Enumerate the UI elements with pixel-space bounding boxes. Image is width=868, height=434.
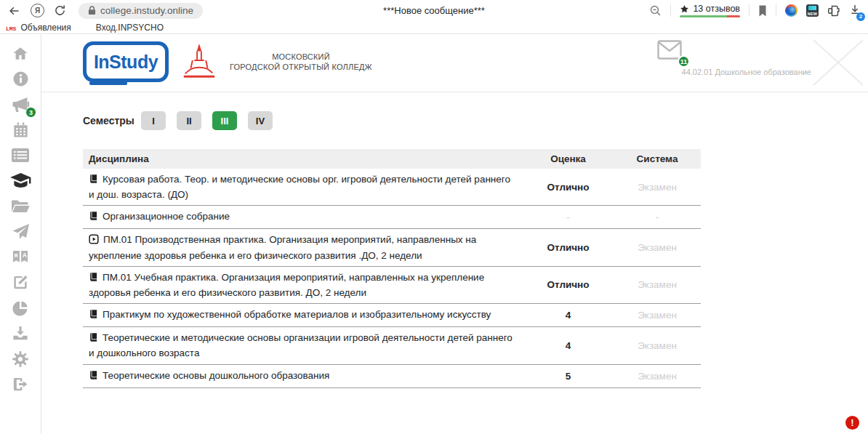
sidebar-item-announcements[interactable]: 3	[10, 97, 31, 115]
back-arrow-icon	[7, 5, 21, 17]
address-bar[interactable]: college.instudy.online	[79, 3, 203, 19]
url-text: college.instudy.online	[100, 5, 193, 16]
semesters-label: Семестры	[83, 115, 141, 126]
sidebar-item-home[interactable]	[10, 46, 31, 64]
table-row: Практикум по художественной обработке ма…	[83, 304, 701, 327]
sidebar-item-translate[interactable]: Aя	[10, 249, 31, 268]
error-alert-icon[interactable]: !	[845, 416, 859, 430]
edit-icon	[12, 274, 29, 294]
discipline-name: Практикум по художественной обработке ма…	[103, 309, 491, 320]
sidebar-item-grades[interactable]	[10, 173, 31, 191]
discipline-cell[interactable]: Теоретические и методические основы орга…	[83, 331, 523, 360]
paper-plane-icon	[11, 223, 31, 244]
sidebar-item-messages[interactable]	[10, 224, 31, 242]
book-icon	[89, 332, 98, 346]
table-row: ПМ.01 Производственная практика. Организ…	[83, 229, 701, 266]
sidebar-item-info[interactable]	[10, 71, 31, 89]
discipline-cell[interactable]: Практикум по художественной обработке ма…	[83, 308, 523, 323]
instudy-logo: InStudy	[83, 41, 169, 82]
lms-icon: LMS	[6, 23, 16, 33]
book-icon	[89, 211, 98, 225]
sidebar-item-settings[interactable]	[10, 351, 31, 369]
semester-button-II[interactable]: II	[177, 111, 201, 130]
pie-chart-icon	[12, 300, 29, 320]
system-cell: -	[614, 210, 701, 224]
system-cell: Экзамен	[614, 308, 701, 322]
bookmark-label: Вход.INPSYCHO	[96, 23, 164, 33]
table-header-row: Дисциплина Оценка Система	[83, 149, 701, 169]
sidebar-item-logout[interactable]	[10, 377, 31, 395]
sidebar-item-calendar[interactable]	[10, 122, 31, 140]
extension-sphere-icon[interactable]	[785, 4, 797, 17]
notification-badge: 3	[25, 107, 36, 118]
discipline-name: Теоретические основы дошкольного образов…	[103, 370, 329, 381]
grade-cell: Отлично	[523, 241, 614, 254]
system-cell: Экзамен	[614, 369, 701, 383]
semesters-section: Семестры IIIIIIIV	[83, 111, 868, 130]
envelope-icon	[657, 40, 682, 60]
calendar-icon	[12, 121, 29, 141]
star-icon	[680, 4, 689, 14]
translate-icon: Aя	[11, 249, 30, 268]
announcements-bookmark[interactable]: LMSОбъявления	[6, 23, 71, 33]
extension-new-icon[interactable]: NEW	[806, 4, 819, 17]
discipline-cell[interactable]: ПМ.01 Учебная практика. Организация меро…	[83, 270, 523, 300]
back-button[interactable]	[7, 5, 21, 17]
grade-cell: Отлично	[523, 180, 614, 194]
discipline-name: Теоретические и методические основы орга…	[89, 332, 513, 358]
semester-button-IV[interactable]: IV	[248, 111, 273, 130]
table-row: Теоретические основы дошкольного образов…	[83, 365, 701, 388]
inpsycho-bookmark[interactable]: Вход.INPSYCHO	[92, 23, 164, 33]
book-icon	[89, 309, 98, 323]
svg-text:A: A	[23, 252, 27, 259]
app-header: InStudy МОСКОВСКИЙ ГОРОДСКОЙ ОТКРЫТЫЙ КО…	[41, 34, 868, 92]
semester-button-I[interactable]: I	[141, 111, 166, 130]
discipline-cell[interactable]: Теоретические основы дошкольного образов…	[83, 369, 523, 384]
extension-icon	[827, 5, 840, 17]
sidebar-item-schedule[interactable]	[10, 148, 31, 166]
sidebar-item-files[interactable]	[10, 198, 31, 217]
browser-menu-button[interactable]: Я	[31, 4, 44, 17]
brand[interactable]: InStudy МОСКОВСКИЙ ГОРОДСКОЙ ОТКРЫТЫЙ КО…	[83, 41, 372, 83]
discipline-cell[interactable]: Организационное собрание	[83, 209, 523, 225]
discipline-name: Курсовая работа. Теор. и методические ос…	[89, 174, 510, 200]
mail-count-badge: 11	[678, 55, 690, 68]
grade-cell: Отлично	[523, 278, 614, 292]
downloads-button[interactable]: 2	[849, 4, 861, 18]
sidebar: 3Aя	[0, 34, 41, 434]
program-label: 44.02.01 Дошкольное образование	[682, 68, 811, 76]
divider	[670, 4, 671, 17]
system-cell: Экзамен	[614, 241, 701, 254]
sidebar-item-statistics[interactable]	[10, 300, 31, 318]
close-decoration-icon[interactable]	[811, 39, 865, 87]
table-row: Теоретические и методические основы орга…	[83, 327, 701, 364]
folder-icon	[11, 198, 30, 217]
table-row: Организационное собрание--	[83, 206, 701, 229]
mail-button[interactable]: 11	[657, 40, 683, 63]
book-icon	[89, 272, 98, 286]
bookmark-flag-icon	[758, 5, 767, 17]
sidebar-item-edit[interactable]	[10, 275, 31, 293]
column-discipline: Дисциплина	[83, 153, 523, 164]
system-cell: Экзамен	[614, 278, 701, 292]
bookmarks-bar: LMSОбъявленияВход.INPSYCHO	[0, 21, 868, 34]
grade-cell: 4	[523, 339, 614, 353]
discipline-cell[interactable]: Курсовая работа. Теор. и методические ос…	[83, 172, 523, 201]
extensions-button[interactable]	[827, 5, 840, 17]
grades-table: Дисциплина Оценка Система Курсовая работ…	[83, 149, 701, 388]
search-button[interactable]	[649, 4, 662, 17]
graduation-cap-icon	[10, 172, 31, 193]
bookmark-button[interactable]	[758, 5, 767, 17]
system-cell: Экзамен	[614, 180, 701, 194]
refresh-button[interactable]	[54, 4, 66, 17]
college-tower-icon	[180, 41, 218, 83]
grades-table-body: Курсовая работа. Теор. и методические ос…	[83, 169, 701, 388]
semester-button-III[interactable]: III	[212, 111, 237, 130]
logout-icon	[12, 376, 29, 395]
column-system: Система	[614, 153, 701, 164]
svg-text:я: я	[15, 252, 18, 259]
sidebar-item-downloads[interactable]	[10, 326, 31, 344]
site-reviews-button[interactable]: 13 отзывов	[680, 4, 740, 17]
discipline-cell[interactable]: ПМ.01 Производственная практика. Организ…	[83, 233, 523, 262]
table-row: Курсовая работа. Теор. и методические ос…	[83, 169, 701, 206]
